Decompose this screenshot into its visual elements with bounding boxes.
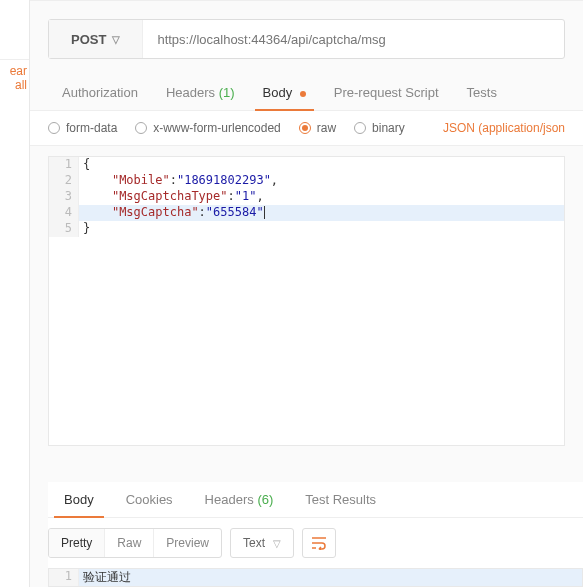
radio-urlencoded[interactable]: x-www-form-urlencoded	[135, 121, 280, 135]
rtab-headers[interactable]: Headers (6)	[189, 482, 290, 517]
editor-line: 2 "Mobile":"18691802293",	[49, 173, 564, 189]
chevron-down-icon: ▽	[112, 34, 120, 45]
body-type-row: form-data x-www-form-urlencoded raw bina…	[30, 111, 583, 146]
request-body-editor[interactable]: 1{2 "Mobile":"18691802293",3 "MsgCaptcha…	[48, 156, 565, 446]
response-type-selector[interactable]: Text ▽	[230, 528, 294, 558]
response-controls: Pretty Raw Preview Text ▽	[48, 518, 583, 568]
tab-prerequest[interactable]: Pre-request Script	[320, 77, 453, 110]
editor-line: 1{	[49, 157, 564, 173]
request-bar: POST ▽ https://localhost:44364/api/captc…	[48, 19, 565, 59]
editor-line: 3 "MsgCaptchaType":"1",	[49, 189, 564, 205]
editor-line: 5}	[49, 221, 564, 237]
main-panel: POST ▽ https://localhost:44364/api/captc…	[30, 0, 583, 587]
wrap-icon	[311, 536, 327, 550]
rtab-body[interactable]: Body	[48, 482, 110, 517]
chevron-down-icon: ▽	[273, 538, 281, 549]
seg-preview[interactable]: Preview	[153, 529, 221, 557]
clear-all-link[interactable]: ear all	[0, 64, 29, 92]
rtab-tests[interactable]: Test Results	[289, 482, 392, 517]
method-label: POST	[71, 32, 106, 47]
view-mode-segment: Pretty Raw Preview	[48, 528, 222, 558]
url-input[interactable]: https://localhost:44364/api/captcha/msg	[143, 20, 564, 58]
rtab-cookies[interactable]: Cookies	[110, 482, 189, 517]
left-sidebar-fragment: ear all	[0, 0, 30, 587]
radio-binary[interactable]: binary	[354, 121, 405, 135]
tab-body[interactable]: Body	[249, 77, 320, 110]
seg-pretty[interactable]: Pretty	[49, 529, 104, 557]
tab-tests[interactable]: Tests	[453, 77, 511, 110]
request-tabs: Authorization Headers (1) Body Pre-reque…	[30, 59, 583, 111]
dot-indicator-icon	[300, 91, 306, 97]
radio-raw[interactable]: raw	[299, 121, 336, 135]
editor-line: 4 "MsgCaptcha":"655584"	[49, 205, 564, 221]
radio-form-data[interactable]: form-data	[48, 121, 117, 135]
response-tabs: Body Cookies Headers (6) Test Results	[48, 482, 583, 518]
method-selector[interactable]: POST ▽	[49, 20, 143, 58]
tab-headers[interactable]: Headers (1)	[152, 77, 249, 110]
wrap-lines-button[interactable]	[302, 528, 336, 558]
response-line: 1 验证通过	[49, 569, 582, 586]
response-panel: Body Cookies Headers (6) Test Results Pr…	[48, 482, 583, 587]
content-type-selector[interactable]: JSON (application/json	[443, 121, 565, 135]
response-body-viewer[interactable]: 1 验证通过	[48, 568, 583, 587]
seg-raw[interactable]: Raw	[104, 529, 153, 557]
tab-authorization[interactable]: Authorization	[48, 77, 152, 110]
